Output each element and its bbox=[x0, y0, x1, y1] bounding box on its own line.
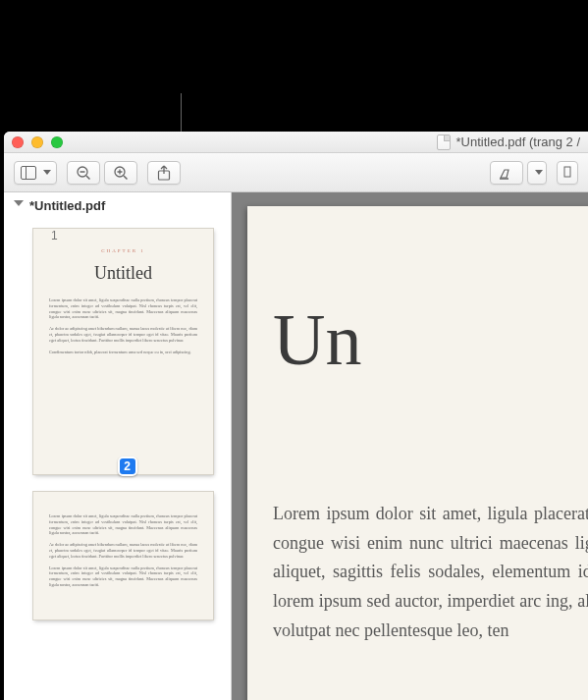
zoom-in-icon bbox=[113, 165, 129, 181]
sidebar-document-header[interactable]: *Untitled.pdf bbox=[4, 192, 231, 219]
page-body-text: Ac dolor ac adipiscing amet bibendum nul… bbox=[49, 542, 197, 559]
thumbnails-sidebar: *Untitled.pdf 1 CHAPTER 1 Untitled Lorem… bbox=[4, 192, 232, 700]
main-document-view[interactable]: C Un Lorem ipsum dolor sit amet, ligula … bbox=[232, 192, 588, 700]
app-window: *Untitled.pdf (trang 2 / bbox=[4, 132, 588, 700]
zoom-out-icon bbox=[76, 165, 91, 181]
window-controls bbox=[12, 136, 63, 148]
sidebar-layout-icon bbox=[21, 166, 36, 180]
page-count-badge: 2 bbox=[118, 457, 137, 476]
chapter-label: CHAPTER 1 bbox=[49, 248, 197, 253]
toolbar-extra-button[interactable] bbox=[557, 161, 578, 185]
thumbnail-page-preview: Lorem ipsum dolor sit amet, ligula suspe… bbox=[33, 492, 213, 619]
disclosure-triangle-icon bbox=[14, 200, 24, 211]
share-button[interactable] bbox=[147, 161, 181, 185]
zoom-group bbox=[67, 161, 137, 185]
thumbnail-page-preview: CHAPTER 1 Untitled Lorem ipsum dolor sit… bbox=[33, 229, 213, 474]
page-thumbnail[interactable]: 1 CHAPTER 1 Untitled Lorem ipsum dolor s… bbox=[33, 229, 221, 474]
page-body-text: Condimentum tortor nibh, placerat fermen… bbox=[49, 350, 197, 355]
zoom-in-button[interactable] bbox=[104, 161, 137, 185]
window-title-text: *Untitled.pdf (trang 2 / bbox=[456, 135, 580, 149]
markup-group bbox=[490, 161, 547, 185]
svg-line-6 bbox=[124, 176, 128, 180]
document-body-text: Lorem ipsum dolor sit amet, ligula place… bbox=[273, 500, 588, 645]
page-body-text: Lorem ipsum dolor sit amet, ligula suspe… bbox=[49, 565, 197, 588]
pencil-icon bbox=[561, 166, 573, 180]
svg-rect-11 bbox=[564, 167, 570, 177]
document-icon bbox=[437, 135, 451, 150]
markup-button[interactable] bbox=[490, 161, 523, 185]
sidebar-doc-name: *Untitled.pdf bbox=[29, 198, 105, 213]
content-area: *Untitled.pdf 1 CHAPTER 1 Untitled Lorem… bbox=[4, 192, 588, 700]
minimize-window-button[interactable] bbox=[31, 136, 43, 148]
zoom-out-button[interactable] bbox=[67, 161, 100, 185]
close-window-button[interactable] bbox=[12, 136, 24, 148]
highlighter-icon bbox=[499, 166, 514, 180]
window-titlebar: *Untitled.pdf (trang 2 / bbox=[4, 132, 588, 153]
page-body-text: Ac dolor ac adipiscing amet bibendum nul… bbox=[49, 326, 197, 343]
svg-rect-0 bbox=[21, 166, 35, 179]
document-title: Un bbox=[273, 298, 588, 382]
page-thumbnail[interactable]: Lorem ipsum dolor sit amet, ligula suspe… bbox=[33, 492, 221, 619]
view-mode-button[interactable] bbox=[14, 161, 57, 185]
svg-line-3 bbox=[86, 176, 90, 180]
chapter-heading: C bbox=[273, 249, 588, 265]
markup-menu-button[interactable] bbox=[527, 161, 547, 185]
page-body-text: Lorem ipsum dolor sit amet, ligula suspe… bbox=[49, 513, 197, 536]
zoom-window-button[interactable] bbox=[51, 136, 63, 148]
chevron-down-icon bbox=[43, 170, 51, 175]
document-page: C Un Lorem ipsum dolor sit amet, ligula … bbox=[247, 206, 588, 700]
toolbar bbox=[4, 153, 588, 192]
thumbnail-index: 1 bbox=[51, 229, 58, 242]
page-body-text: Lorem ipsum dolor sit amet, ligula suspe… bbox=[49, 297, 197, 320]
page-title: Untitled bbox=[49, 263, 197, 284]
thumbnails-list: 1 CHAPTER 1 Untitled Lorem ipsum dolor s… bbox=[4, 219, 231, 700]
share-icon bbox=[157, 165, 171, 181]
window-title: *Untitled.pdf (trang 2 / bbox=[437, 135, 580, 150]
chevron-down-icon bbox=[535, 170, 543, 175]
